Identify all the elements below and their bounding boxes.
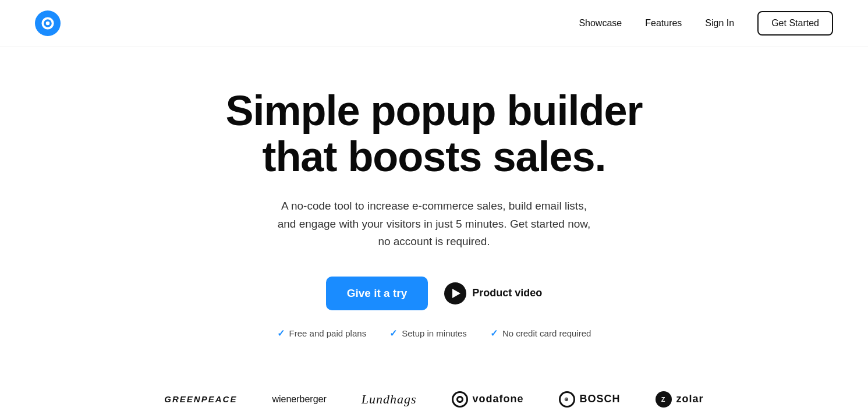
check-icon-3: ✓ [490, 328, 498, 339]
vodafone-label: vodafone [473, 393, 524, 405]
hero-section: Simple popup builder that boosts sales. … [0, 47, 868, 362]
bosch-label: BOSCH [580, 393, 621, 405]
logos-section: GREENPEACE wienerberger Lundhags vodafon… [0, 391, 868, 418]
zolar-label: zolar [676, 393, 704, 405]
logo-lundhags: Lundhags [362, 392, 417, 407]
feature-no-credit-card: ✓ No credit card required [490, 328, 591, 339]
features-row: ✓ Free and paid plans ✓ Setup in minutes… [277, 328, 591, 339]
try-button[interactable]: Give it a try [326, 277, 428, 310]
zolar-icon: Z [656, 391, 672, 408]
feature-label-3: No credit card required [502, 328, 591, 338]
logo-wienerberger: wienerberger [272, 394, 326, 405]
hero-title: Simple popup builder that boosts sales. [226, 88, 643, 180]
get-started-button[interactable]: Get Started [757, 11, 833, 36]
vodafone-icon [452, 391, 468, 408]
hero-subtitle: A no-code tool to increase e-commerce sa… [271, 197, 597, 250]
navbar: Showcase Features Sign In Get Started [0, 0, 868, 47]
nav-features[interactable]: Features [645, 18, 682, 29]
feature-free-plans: ✓ Free and paid plans [277, 328, 367, 339]
play-icon [444, 282, 466, 304]
check-icon-2: ✓ [389, 328, 397, 339]
logo-icon [35, 10, 61, 36]
product-video-label: Product video [472, 287, 542, 299]
check-icon-1: ✓ [277, 328, 285, 339]
logos-row: GREENPEACE wienerberger Lundhags vodafon… [164, 391, 703, 408]
logo-zolar: Z zolar [656, 391, 704, 408]
cta-row: Give it a try Product video [326, 277, 543, 310]
bosch-icon: ⊕ [559, 391, 575, 408]
nav-showcase[interactable]: Showcase [579, 18, 622, 29]
product-video-button[interactable]: Product video [444, 282, 542, 304]
feature-label-1: Free and paid plans [289, 328, 367, 338]
logo-greenpeace: GREENPEACE [164, 394, 237, 404]
logo-bosch: ⊕ BOSCH [559, 391, 621, 408]
nav-links: Showcase Features Sign In Get Started [579, 11, 833, 36]
feature-setup: ✓ Setup in minutes [389, 328, 467, 339]
logo-vodafone: vodafone [452, 391, 524, 408]
logo[interactable] [35, 10, 61, 36]
feature-label-2: Setup in minutes [402, 328, 467, 338]
nav-signin[interactable]: Sign In [705, 18, 734, 29]
svg-point-1 [46, 22, 50, 26]
